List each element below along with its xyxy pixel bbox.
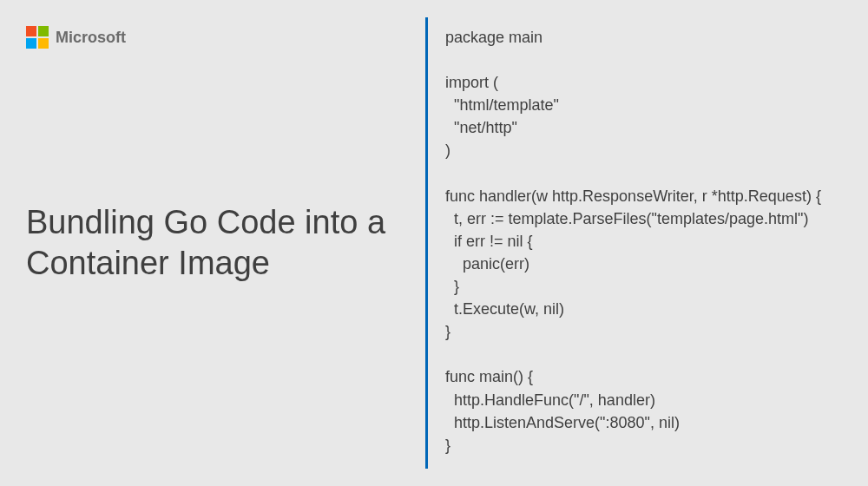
vertical-divider [425,17,428,469]
brand-lockup: Microsoft [26,26,126,49]
presentation-slide: Microsoft Bundling Go Code into a Contai… [0,0,868,486]
code-column: package main import ( "html/template" "n… [445,26,842,460]
brand-name: Microsoft [56,29,126,47]
slide-content: Bundling Go Code into a Container Image … [26,26,842,460]
slide-title: Bundling Go Code into a Container Image [26,202,408,285]
title-column: Bundling Go Code into a Container Image [26,26,425,460]
microsoft-logo-icon [26,26,49,49]
code-block: package main import ( "html/template" "n… [445,26,842,456]
